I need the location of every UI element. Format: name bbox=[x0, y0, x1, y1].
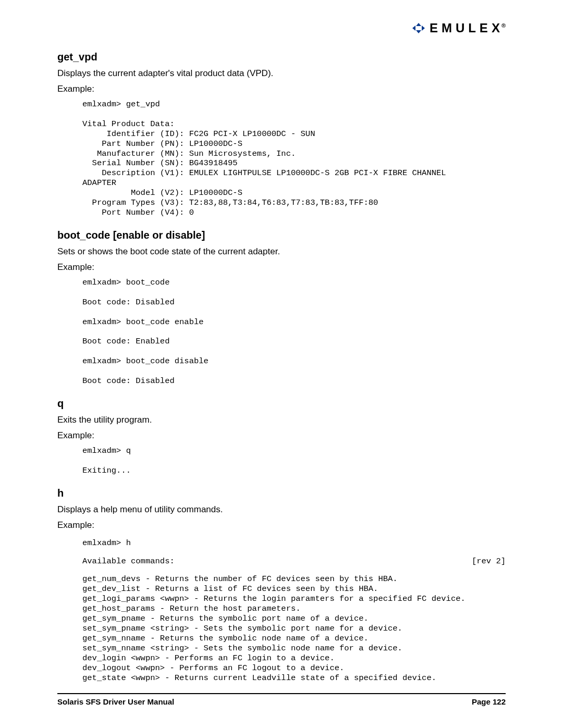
example-label-q: Example: bbox=[57, 430, 506, 441]
svg-marker-3 bbox=[416, 30, 421, 33]
code-h-cmd: emlxadm> h bbox=[82, 536, 506, 551]
heading-q: q bbox=[57, 398, 506, 410]
heading-boot-code: boot_code [enable or disable] bbox=[57, 229, 506, 241]
code-q: emlxadm> q Exiting... bbox=[82, 446, 506, 476]
example-label-boot-code: Example: bbox=[57, 262, 506, 273]
footer-right: Page 122 bbox=[472, 697, 506, 706]
page: EMULEX® get_vpd Displays the current ada… bbox=[0, 0, 563, 728]
svg-marker-0 bbox=[412, 26, 415, 31]
logo-text: EMULEX® bbox=[430, 21, 506, 35]
desc-h: Displays a help menu of utility commands… bbox=[57, 504, 506, 515]
desc-q: Exits the utility program. bbox=[57, 415, 506, 425]
desc-get-vpd: Displays the current adapter's vital pro… bbox=[57, 68, 506, 79]
emulex-logo-icon bbox=[411, 22, 426, 34]
heading-get-vpd: get_vpd bbox=[57, 51, 506, 63]
header-row: EMULEX® bbox=[57, 21, 506, 35]
footer-divider bbox=[57, 693, 506, 694]
code-boot-code: emlxadm> boot_code Boot code: Disabled e… bbox=[82, 278, 506, 386]
svg-marker-1 bbox=[422, 26, 425, 31]
code-h-avail-row: Available commands: [rev 2] bbox=[82, 554, 506, 569]
code-get-vpd: emlxadm> get_vpd Vital Product Data: Ide… bbox=[82, 100, 506, 218]
desc-boot-code: Sets or shows the boot code state of the… bbox=[57, 246, 506, 257]
code-h-avail-left: Available commands: bbox=[82, 554, 175, 569]
example-label-h: Example: bbox=[57, 520, 506, 530]
example-label-get-vpd: Example: bbox=[57, 84, 506, 94]
svg-marker-2 bbox=[416, 23, 421, 26]
footer-left: Solaris SFS Driver User Manual bbox=[57, 697, 174, 706]
code-h-avail-right: [rev 2] bbox=[472, 554, 506, 569]
footer: Solaris SFS Driver User Manual Page 122 bbox=[57, 697, 506, 722]
logo: EMULEX® bbox=[411, 21, 506, 35]
heading-h: h bbox=[57, 487, 506, 499]
code-h-list: get_num_devs - Returns the number of FC … bbox=[82, 574, 506, 683]
